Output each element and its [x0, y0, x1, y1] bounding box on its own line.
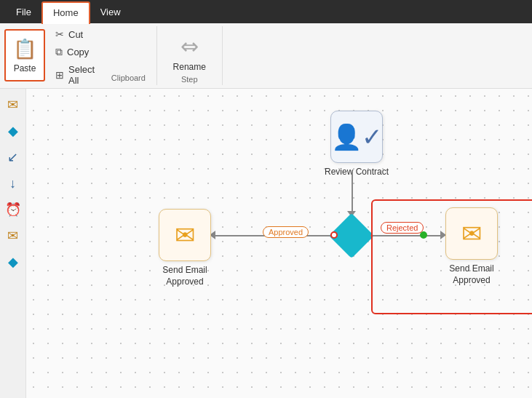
ribbon: 📋 Paste ✂ Cut ⧉ Copy ⊞ Select All Clipbo…: [0, 23, 532, 89]
clipboard-group-label: Clipboard: [111, 73, 146, 82]
sidebar-diamond2-icon[interactable]: ◆: [3, 252, 23, 272]
main-area: ✉ ◆ ↙ ↓ ⏰ ✉ ◆ 👤✓ Review Contract Approve: [0, 89, 532, 398]
send-email-approved-left-label: Send EmailApproved: [162, 265, 207, 287]
select-all-label: Select All: [68, 64, 95, 86]
review-contract-node[interactable]: 👤✓ Review Contract: [325, 111, 389, 178]
diamond-node[interactable]: [336, 220, 368, 252]
sidebar-clock-icon[interactable]: ⏰: [3, 199, 23, 220]
select-all-icon: ⊞: [55, 69, 64, 81]
cut-label: Cut: [68, 29, 83, 40]
sidebar-split-icon[interactable]: ↙: [3, 147, 23, 167]
select-all-button[interactable]: ⊞ Select All: [51, 62, 99, 88]
h-connector-rejected: [370, 235, 443, 236]
email-right-icon: ✉: [461, 219, 482, 248]
paste-icon: 📋: [13, 38, 36, 60]
menubar: File Home View: [0, 0, 532, 23]
review-icon: 👤✓: [331, 122, 382, 151]
clipboard-small-buttons: ✂ Cut ⧉ Copy ⊞ Select All: [45, 29, 105, 85]
approved-label: Approved: [263, 226, 309, 238]
diamond-wrap: [336, 220, 368, 252]
paste-label: Paste: [14, 63, 36, 73]
menu-view[interactable]: View: [90, 2, 131, 22]
sidebar: ✉ ◆ ↙ ↓ ⏰ ✉ ◆: [0, 89, 26, 398]
rejected-label: Rejected: [381, 222, 424, 234]
red-dot: [330, 231, 338, 239]
menu-home[interactable]: Home: [41, 1, 90, 24]
copy-label: Copy: [67, 47, 89, 57]
send-email-approved-right-node[interactable]: ✉ Send EmailApproved: [445, 207, 498, 286]
cut-icon: ✂: [55, 28, 64, 40]
send-email-approved-left-box: ✉: [159, 209, 211, 261]
v-connector-1: [352, 170, 353, 214]
rename-button[interactable]: ⇔ Rename: [170, 31, 209, 75]
step-group: ⇔ Rename Step: [157, 26, 223, 85]
review-contract-label: Review Contract: [325, 167, 389, 178]
copy-button[interactable]: ⧉ Copy: [51, 44, 99, 60]
rename-icon: ⇔: [180, 33, 199, 59]
sidebar-diamond-icon[interactable]: ◆: [3, 121, 23, 141]
sidebar-envelope-icon[interactable]: ✉: [3, 226, 23, 246]
send-email-approved-left-node[interactable]: ✉ Send EmailApproved: [159, 209, 211, 287]
menu-file[interactable]: File: [6, 2, 41, 22]
cut-button[interactable]: ✂ Cut: [51, 26, 99, 42]
copy-icon: ⧉: [55, 46, 63, 58]
send-email-approved-right-box: ✉: [445, 207, 498, 260]
sidebar-email-icon[interactable]: ✉: [3, 95, 23, 115]
step-group-label: Step: [181, 75, 198, 84]
paste-button[interactable]: 📋 Paste: [4, 29, 45, 81]
review-contract-box: 👤✓: [330, 111, 383, 163]
rename-label: Rename: [173, 62, 206, 72]
sidebar-branch-icon[interactable]: ↓: [3, 173, 23, 194]
canvas[interactable]: 👤✓ Review Contract Approved ✉ Send Email…: [26, 89, 532, 398]
email-left-icon: ✉: [175, 220, 195, 250]
send-email-approved-right-label: Send EmailApproved: [449, 263, 493, 286]
